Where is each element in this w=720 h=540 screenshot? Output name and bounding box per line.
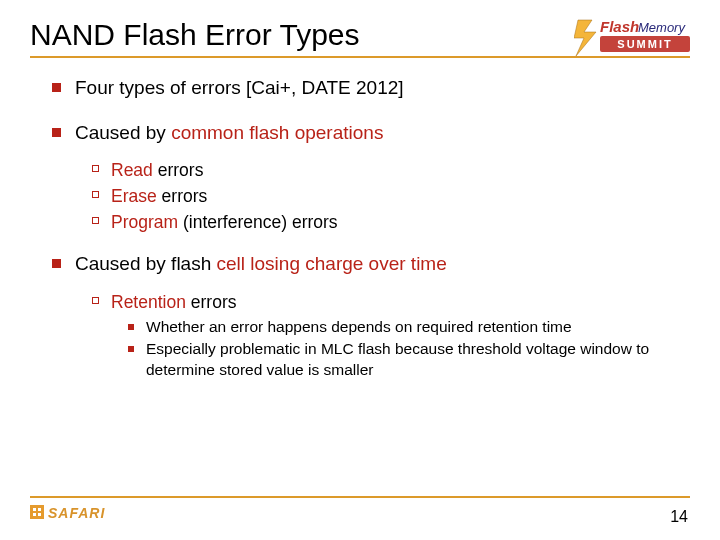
svg-rect-9 (38, 513, 41, 516)
svg-rect-6 (33, 508, 36, 511)
square-bullet-icon (52, 128, 61, 137)
accent-text: common flash operations (171, 122, 383, 143)
text: errors (186, 292, 237, 312)
list-item: Read errors (92, 159, 680, 183)
page-number: 14 (670, 508, 688, 526)
list-item: Whether an error happens depends on requ… (128, 317, 680, 338)
slide: NAND Flash Error Types Flash Memory SUMM… (0, 0, 720, 540)
accent-text: Read (111, 160, 153, 180)
sub-sub-list: Whether an error happens depends on requ… (128, 317, 680, 382)
accent-text: Erase (111, 186, 157, 206)
bullet-text: Erase errors (111, 185, 207, 209)
list-item: Erase errors (92, 185, 680, 209)
svg-rect-5 (30, 505, 44, 519)
bullet-text: Whether an error happens depends on requ… (146, 317, 572, 338)
svg-text:SUMMIT: SUMMIT (617, 38, 672, 50)
sub-list: Retention errors Whether an error happen… (92, 291, 680, 381)
accent-text: cell losing charge over time (217, 253, 447, 274)
bullet-text: Read errors (111, 159, 203, 183)
sub-list: Read errors Erase errors Program (interf… (92, 159, 680, 234)
hollow-square-bullet-icon (92, 297, 99, 304)
small-square-bullet-icon (128, 346, 134, 352)
text: errors (153, 160, 204, 180)
text: Caused by (75, 122, 171, 143)
hollow-square-bullet-icon (92, 191, 99, 198)
square-bullet-icon (52, 259, 61, 268)
bullet-text: Caused by common flash operations (75, 121, 383, 146)
accent-text: Retention (111, 292, 186, 312)
svg-marker-0 (574, 20, 596, 56)
footer-rule (30, 496, 690, 498)
bullet-text: Retention errors (111, 291, 236, 315)
svg-rect-7 (38, 508, 41, 511)
safari-logo: SAFARI (30, 502, 122, 528)
list-item: Caused by common flash operations (52, 121, 680, 146)
square-bullet-icon (52, 83, 61, 92)
flash-memory-summit-logo: Flash Memory SUMMIT (574, 18, 692, 64)
list-item: Caused by flash cell losing charge over … (52, 252, 680, 277)
text: (interference) errors (178, 212, 338, 232)
hollow-square-bullet-icon (92, 165, 99, 172)
small-square-bullet-icon (128, 324, 134, 330)
text: Four types of errors [Cai+, DATE 2012] (75, 77, 404, 98)
text: errors (157, 186, 208, 206)
list-item: Retention errors (92, 291, 680, 315)
list-item: Especially problematic in MLC flash beca… (128, 339, 680, 381)
svg-rect-8 (33, 513, 36, 516)
content-area: Four types of errors [Cai+, DATE 2012] C… (30, 58, 690, 381)
bullet-text: Especially problematic in MLC flash beca… (146, 339, 680, 381)
page-title: NAND Flash Error Types (30, 18, 360, 52)
svg-text:Flash: Flash (600, 18, 639, 35)
accent-text: Program (111, 212, 178, 232)
list-item: Program (interference) errors (92, 211, 680, 235)
text: Caused by flash (75, 253, 217, 274)
svg-text:Memory: Memory (638, 20, 686, 35)
bullet-text: Caused by flash cell losing charge over … (75, 252, 447, 277)
bullet-text: Program (interference) errors (111, 211, 338, 235)
hollow-square-bullet-icon (92, 217, 99, 224)
svg-text:SAFARI: SAFARI (48, 505, 105, 521)
list-item: Four types of errors [Cai+, DATE 2012] (52, 76, 680, 101)
bullet-text: Four types of errors [Cai+, DATE 2012] (75, 76, 404, 101)
